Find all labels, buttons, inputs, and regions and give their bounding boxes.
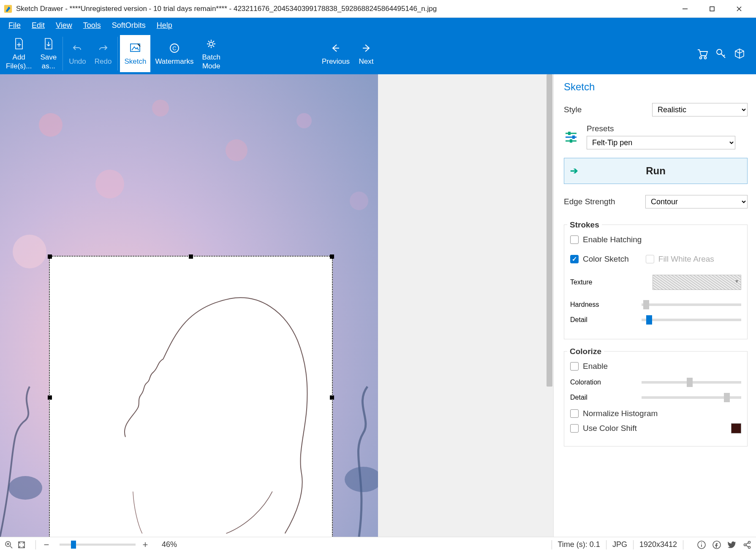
previous-button[interactable]: Previous bbox=[318, 35, 354, 73]
scrollbar-thumb[interactable] bbox=[547, 74, 552, 387]
menu-softorbits[interactable]: SoftOrbits bbox=[108, 19, 150, 32]
toolbar: Add File(s)... Save as... Undo Redo Sket… bbox=[0, 33, 756, 74]
menu-file[interactable]: File bbox=[4, 19, 25, 32]
menu-edit[interactable]: Edit bbox=[27, 19, 49, 32]
redo-icon bbox=[98, 41, 108, 55]
maximize-button[interactable] bbox=[699, 0, 726, 18]
svg-line-43 bbox=[746, 543, 748, 544]
enable-hatching-checkbox[interactable] bbox=[570, 235, 579, 244]
detail-label: Detail bbox=[570, 316, 587, 324]
zoom-out-icon[interactable]: − bbox=[42, 540, 51, 549]
sketch-button[interactable]: Sketch bbox=[120, 35, 151, 73]
status-time: Time (s): 0.1 bbox=[558, 540, 600, 549]
handle-n[interactable] bbox=[189, 254, 193, 259]
cube-icon[interactable] bbox=[733, 47, 746, 60]
twitter-icon[interactable] bbox=[727, 540, 737, 549]
hardness-slider[interactable] bbox=[642, 303, 741, 306]
next-button[interactable]: Next bbox=[354, 35, 378, 73]
status-bar: − + 46% Time (s): 0.1 JPG 1920x3412 bbox=[0, 537, 756, 552]
svg-point-18 bbox=[296, 113, 312, 128]
colorize-enable-checkbox[interactable] bbox=[570, 362, 579, 371]
slider-thumb[interactable] bbox=[687, 378, 693, 387]
color-swatch[interactable] bbox=[731, 423, 741, 433]
run-arrow-icon: ➔ bbox=[570, 165, 578, 176]
watermarks-button[interactable]: C Watermarks bbox=[151, 35, 198, 73]
handle-ne[interactable] bbox=[330, 254, 334, 259]
save-icon bbox=[43, 37, 54, 51]
zoom-slider[interactable] bbox=[60, 544, 136, 546]
svg-point-12 bbox=[704, 57, 707, 59]
colorize-enable-label: Enable bbox=[583, 362, 608, 371]
key-icon[interactable] bbox=[715, 47, 727, 60]
close-button[interactable] bbox=[726, 0, 753, 18]
main-area: Sketch Style Realistic Presets Felt-Tip … bbox=[0, 74, 756, 537]
run-button[interactable]: ➔ Run bbox=[564, 158, 748, 184]
selection-rect[interactable] bbox=[49, 256, 333, 537]
svg-rect-24 bbox=[50, 257, 332, 537]
slider-thumb[interactable] bbox=[724, 393, 730, 402]
normalize-checkbox[interactable] bbox=[570, 409, 579, 418]
facebook-icon[interactable] bbox=[712, 540, 721, 549]
svg-rect-2 bbox=[710, 7, 714, 11]
redo-button[interactable]: Redo bbox=[90, 35, 116, 73]
add-files-button[interactable]: Add File(s)... bbox=[2, 35, 36, 73]
hardness-label: Hardness bbox=[570, 301, 599, 308]
sketch-panel: Sketch Style Realistic Presets Felt-Tip … bbox=[553, 74, 756, 537]
zoom-thumb[interactable] bbox=[71, 541, 76, 549]
slider-thumb[interactable] bbox=[646, 315, 652, 325]
handle-w[interactable] bbox=[48, 395, 52, 400]
canvas-area[interactable] bbox=[0, 74, 553, 537]
undo-button[interactable]: Undo bbox=[65, 35, 90, 73]
detail-slider[interactable] bbox=[642, 319, 741, 321]
edge-strength-select[interactable]: Contour bbox=[645, 195, 748, 208]
status-dims: 1920x3412 bbox=[639, 540, 677, 549]
watermarks-icon: C bbox=[169, 41, 180, 55]
coloration-label: Coloration bbox=[570, 379, 601, 386]
zoom-actual-icon[interactable] bbox=[4, 540, 14, 549]
presets-select[interactable]: Felt-Tip pen bbox=[587, 136, 735, 149]
zoom-in-icon[interactable]: + bbox=[141, 540, 150, 549]
presets-label: Presets bbox=[587, 124, 748, 133]
panel-heading: Sketch bbox=[564, 81, 748, 93]
zoom-fit-icon[interactable] bbox=[17, 540, 26, 549]
batch-mode-button[interactable]: Batch Mode bbox=[198, 35, 224, 73]
svg-line-32 bbox=[10, 546, 12, 548]
svg-point-10 bbox=[209, 42, 213, 46]
handle-nw[interactable] bbox=[48, 254, 52, 259]
texture-select[interactable] bbox=[653, 275, 741, 290]
colorize-detail-slider[interactable] bbox=[642, 396, 741, 399]
presets-icon bbox=[564, 130, 578, 144]
sketch-icon bbox=[129, 41, 141, 55]
canvas-scrollbar[interactable] bbox=[546, 74, 553, 537]
style-select[interactable]: Realistic bbox=[652, 103, 748, 116]
color-shift-checkbox[interactable] bbox=[570, 424, 579, 433]
strokes-title: Strokes bbox=[567, 220, 602, 230]
svg-point-38 bbox=[701, 542, 702, 543]
svg-point-17 bbox=[226, 139, 247, 161]
coloration-slider[interactable] bbox=[642, 381, 741, 384]
menu-help[interactable]: Help bbox=[152, 19, 177, 32]
fill-white-label: Fill White Areas bbox=[658, 254, 714, 264]
arrow-left-icon bbox=[331, 41, 341, 55]
handle-e[interactable] bbox=[330, 395, 334, 400]
minimize-button[interactable] bbox=[672, 0, 699, 18]
svg-line-44 bbox=[746, 545, 748, 547]
texture-label: Texture bbox=[570, 279, 592, 286]
color-sketch-label: Color Sketch bbox=[583, 254, 629, 264]
undo-icon bbox=[72, 41, 82, 55]
cart-icon[interactable] bbox=[696, 47, 709, 60]
style-label: Style bbox=[564, 105, 652, 114]
menu-tools[interactable]: Tools bbox=[79, 19, 105, 32]
edge-strength-label: Edge Strength bbox=[564, 197, 645, 206]
app-icon bbox=[3, 4, 13, 14]
svg-text:C: C bbox=[172, 45, 176, 51]
colorize-detail-label: Detail bbox=[570, 394, 587, 401]
color-sketch-checkbox[interactable] bbox=[570, 255, 579, 263]
share-icon[interactable] bbox=[742, 540, 752, 549]
info-icon[interactable] bbox=[697, 540, 706, 549]
svg-point-20 bbox=[13, 235, 46, 268]
menu-view[interactable]: View bbox=[52, 19, 76, 32]
slider-thumb[interactable] bbox=[643, 300, 649, 309]
save-as-button[interactable]: Save as... bbox=[36, 35, 61, 73]
svg-rect-30 bbox=[570, 139, 572, 143]
